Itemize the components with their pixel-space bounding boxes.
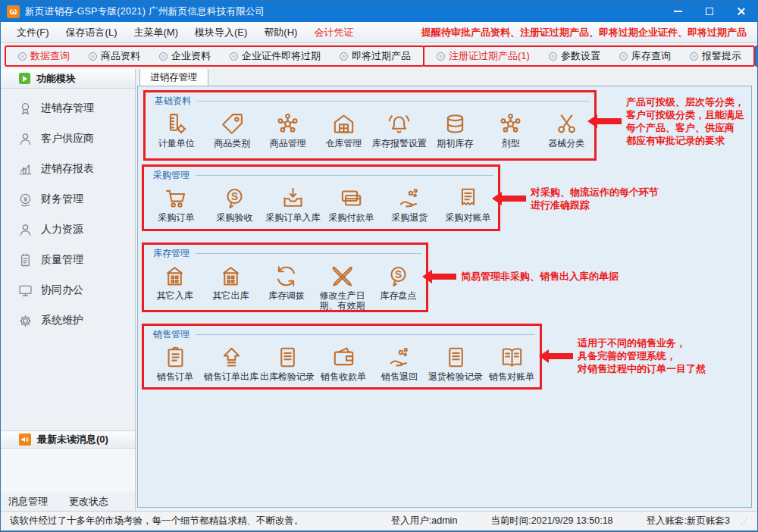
resize-grip-icon[interactable]: ⋰ xyxy=(741,517,748,525)
change-status-link[interactable]: 更改状态 xyxy=(69,495,108,509)
status-account-set: 登入账套:新页账套3 xyxy=(647,515,730,527)
toolbar-parameter-settings[interactable]: 参数设置 xyxy=(549,49,600,63)
section-title: 基础资料 xyxy=(146,92,594,108)
section-inventory: 库存管理 其它入库 其它出库 库存调拨 修改生产日期、有效期 库存盘点 xyxy=(142,243,428,312)
sidebar-item-collaboration[interactable]: 协同办公 xyxy=(1,275,135,305)
module-other-inbound[interactable]: 其它入库 xyxy=(147,262,203,311)
menu-file[interactable]: 文件(F) xyxy=(8,23,58,42)
toolbar-enterprise-data[interactable]: 企业资料 xyxy=(159,49,211,63)
sidebar-header-label: 功能模块 xyxy=(36,72,76,86)
maximize-icon xyxy=(706,8,713,15)
radio-icon xyxy=(619,52,628,61)
toolbar-inventory-query[interactable]: 库存查询 xyxy=(619,49,671,63)
app-logo-icon: ω xyxy=(7,5,20,18)
module-product-management[interactable]: 商品管理 xyxy=(260,110,316,149)
main-panel: 进销存管理 基础资料 计量单位 商品类别 商品管理 仓库管理 库存报警设置 期初… xyxy=(136,69,757,511)
sidebar-footer: 消息管理 更改状态 xyxy=(1,493,135,511)
radio-icon xyxy=(549,52,557,61)
sidebar-item-quality[interactable]: 质量管理 xyxy=(1,245,135,275)
clipboard-icon xyxy=(163,345,188,370)
sidebar-item-finance[interactable]: 财务管理 xyxy=(1,184,135,214)
document-icon xyxy=(275,345,300,370)
close-icon xyxy=(737,7,746,16)
ruler-gear-icon xyxy=(164,111,189,136)
module-purchase-payment[interactable]: 采购付款单 xyxy=(322,184,381,223)
module-measuring-unit[interactable]: 计量单位 xyxy=(149,110,205,149)
module-sales-return[interactable]: 销售退回 xyxy=(371,343,428,382)
menu-main[interactable]: 主菜单(M) xyxy=(126,23,187,42)
red-arrow-left-icon xyxy=(549,353,573,359)
toolbar-data-query[interactable]: 数据查询 xyxy=(18,49,70,63)
sidebar-header: 功能模块 xyxy=(1,69,135,89)
module-sales-order[interactable]: 销售订单 xyxy=(147,343,203,382)
annotation-purchase: 对采购、物流运作的每个环节 进行准确跟踪 xyxy=(502,186,659,211)
module-stock-alarm-settings[interactable]: 库存报警设置 xyxy=(371,110,428,149)
menu-accounting-voucher[interactable]: 会计凭证 xyxy=(305,23,362,42)
sidebar-item-invoicing[interactable]: 进销存管理 xyxy=(1,93,135,124)
module-warehouse-management[interactable]: 仓库管理 xyxy=(316,110,372,149)
sidebar-item-customers-suppliers[interactable]: 客户供应商 xyxy=(1,124,135,154)
module-stocktaking[interactable]: 库存盘点 xyxy=(370,262,426,311)
maximize-button[interactable] xyxy=(694,1,725,22)
unread-messages-header[interactable]: 最新未读消息(0) xyxy=(1,430,135,449)
module-opening-stock[interactable]: 期初库存 xyxy=(428,110,484,149)
module-dosage-form[interactable]: 剂型 xyxy=(483,110,539,149)
menu-help[interactable]: 帮助(H) xyxy=(255,23,305,42)
module-outbound-inspection[interactable]: 出库检验记录 xyxy=(259,343,315,382)
warehouse-icon xyxy=(331,111,356,136)
module-other-outbound[interactable]: 其它出库 xyxy=(203,262,259,311)
module-product-category[interactable]: 商品类别 xyxy=(205,110,261,149)
minimize-button[interactable] xyxy=(662,1,694,22)
coins-icon xyxy=(443,111,468,136)
inbox-down-icon xyxy=(280,186,305,211)
section-title: 采购管理 xyxy=(144,167,498,182)
sidebar-item-hr[interactable]: 人力资源 xyxy=(1,214,135,245)
module-purchase-return[interactable]: 采购退货 xyxy=(381,184,439,223)
tag-icon xyxy=(220,111,245,136)
seal-icon xyxy=(222,186,247,211)
module-purchase-order[interactable]: 采购订单 xyxy=(147,184,205,223)
badge-icon xyxy=(17,101,33,117)
hand-coins-icon xyxy=(397,186,422,211)
scissors-icon xyxy=(554,111,579,136)
sidebar-item-reports[interactable]: 进销存报表 xyxy=(1,154,135,184)
toolbar-license-expiring[interactable]: 企业证件即将过期 xyxy=(230,49,321,63)
toolbar-alarm-prompt[interactable]: 报警提示 xyxy=(690,49,741,63)
annotation-inventory: 简易管理非采购、销售出入库的单据 xyxy=(432,270,619,283)
molecule-icon xyxy=(498,111,523,136)
red-arrow-left-icon xyxy=(597,118,622,124)
module-sales-order-outbound[interactable]: 销售订单出库 xyxy=(203,343,259,382)
radio-icon xyxy=(89,52,97,61)
sidebar-item-maintenance[interactable]: 系统维护 xyxy=(1,305,135,336)
module-edit-dates[interactable]: 修改生产日期、有效期 xyxy=(315,262,371,311)
reminder-text: 提醒待审批产品资料、注册证过期产品、即将过期企业证件、即将过期产品 xyxy=(421,26,750,39)
toolbar-products-expiring[interactable]: 即将过期产品 xyxy=(340,49,411,63)
module-purchase-acceptance[interactable]: 采购验收 xyxy=(205,184,264,223)
message-management-link[interactable]: 消息管理 xyxy=(8,495,48,509)
toolbar-registration-expired[interactable]: 注册证过期产品(1) xyxy=(437,49,530,63)
toolbar: 数据查询 商品资料 企业资料 企业证件即将过期 即将过期产品 注册证过期产品(1… xyxy=(1,43,757,69)
titlebar: ω 新页进销存-GSP专版(2021) 广州新页信息科技有限公司 xyxy=(1,1,757,22)
hand-coins-icon xyxy=(387,345,412,370)
menu-module-import[interactable]: 模块导入(E) xyxy=(186,23,255,42)
module-stock-transfer[interactable]: 库存调拨 xyxy=(258,262,315,311)
window-title: 新页进销存-GSP专版(2021) 广州新页信息科技有限公司 xyxy=(25,5,265,18)
module-content: 基础资料 计量单位 商品类别 商品管理 仓库管理 库存报警设置 期初库存 剂型 … xyxy=(137,86,752,508)
module-return-inspection[interactable]: 退货检验记录 xyxy=(428,343,484,382)
radio-icon xyxy=(340,52,348,61)
module-purchase-order-inbound[interactable]: 采购订单入库 xyxy=(264,184,322,223)
module-device-classification[interactable]: 器械分类 xyxy=(539,110,595,149)
module-sales-statement[interactable]: 销售对账单 xyxy=(484,343,540,382)
pencils-icon xyxy=(330,264,355,289)
tab-invoicing-management[interactable]: 进销存管理 xyxy=(139,68,208,86)
receipt-icon xyxy=(456,186,481,211)
app-window: ω 新页进销存-GSP专版(2021) 广州新页信息科技有限公司 文件(F) 保… xyxy=(0,0,758,532)
toolbar-group-1: 数据查询 商品资料 企业资料 企业证件即将过期 即将过期产品 xyxy=(5,45,424,67)
menu-language[interactable]: 保存语言(L) xyxy=(58,23,126,42)
module-sales-receipt[interactable]: 销售收款单 xyxy=(315,343,371,382)
toolbar-product-data[interactable]: 商品资料 xyxy=(89,49,140,63)
my-workbench-button[interactable]: 我的工作台 xyxy=(755,45,758,67)
menubar: 文件(F) 保存语言(L) 主菜单(M) 模块导入(E) 帮助(H) 会计凭证 … xyxy=(1,22,757,43)
module-purchase-statement[interactable]: 采购对账单 xyxy=(439,184,497,223)
close-button[interactable] xyxy=(725,1,757,22)
